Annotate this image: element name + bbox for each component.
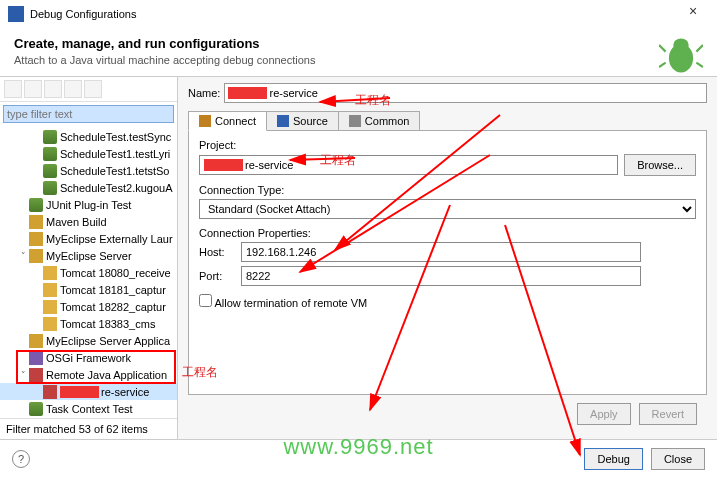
tree-item[interactable]: Tomcat 18383_cms (0, 315, 177, 332)
filter-status: Filter matched 53 of 62 items (0, 418, 177, 439)
tab-common[interactable]: Common (338, 111, 421, 131)
port-label: Port: (199, 270, 235, 282)
new-config-icon[interactable] (4, 80, 22, 98)
filter-icon[interactable] (84, 80, 102, 98)
common-icon (349, 115, 361, 127)
page-title: Create, manage, and run configurations (14, 36, 703, 51)
name-label: Name: (188, 87, 220, 99)
project-label: Project: (199, 139, 696, 151)
app-icon (8, 6, 24, 22)
tree-item[interactable]: Task Context Test (0, 400, 177, 417)
delete-config-icon[interactable] (44, 80, 62, 98)
connection-props-label: Connection Properties: (199, 227, 696, 239)
name-input[interactable]: .re-service (224, 83, 707, 103)
revert-button[interactable]: Revert (639, 403, 697, 425)
tab-source[interactable]: Source (266, 111, 339, 131)
tab-connect[interactable]: Connect (188, 111, 267, 131)
bug-icon (659, 34, 703, 78)
port-input[interactable] (241, 266, 641, 286)
connection-type-label: Connection Type: (199, 184, 696, 196)
filter-input[interactable] (3, 105, 174, 123)
config-tree[interactable]: ScheduleTest.testSyncScheduleTest1.testL… (0, 126, 177, 418)
window-title: Debug Configurations (30, 8, 677, 20)
tree-item[interactable]: MyEclipse Server Applica (0, 332, 177, 349)
apply-button[interactable]: Apply (577, 403, 631, 425)
tree-item[interactable]: MyEclipse Externally Laur (0, 230, 177, 247)
svg-line-5 (696, 63, 703, 67)
browse-button[interactable]: Browse... (624, 154, 696, 176)
tree-item[interactable]: ScheduleTest1.tetstSo (0, 162, 177, 179)
tree-item[interactable]: .re-service (0, 383, 177, 400)
collapse-icon[interactable] (64, 80, 82, 98)
tree-item[interactable]: ScheduleTest2.kugouA (0, 179, 177, 196)
svg-line-4 (659, 63, 666, 67)
connection-type-select[interactable]: Standard (Socket Attach) (199, 199, 696, 219)
tree-item[interactable]: ˅Remote Java Application (0, 366, 177, 383)
host-label: Host: (199, 246, 235, 258)
source-icon (277, 115, 289, 127)
debug-button[interactable]: Debug (584, 448, 642, 470)
tree-item[interactable]: ˅MyEclipse Server (0, 247, 177, 264)
svg-line-3 (696, 45, 703, 52)
config-toolbar (0, 77, 177, 102)
page-subtitle: Attach to a Java virtual machine accepti… (14, 54, 703, 66)
tree-item[interactable]: ScheduleTest1.testLyri (0, 145, 177, 162)
host-input[interactable] (241, 242, 641, 262)
tree-item[interactable]: ScheduleTest.testSync (0, 128, 177, 145)
tree-item[interactable]: Tomcat 18282_captur (0, 298, 177, 315)
close-icon[interactable]: × (677, 3, 709, 25)
tree-item[interactable]: Tomcat 18181_captur (0, 281, 177, 298)
help-icon[interactable]: ? (12, 450, 30, 468)
close-button[interactable]: Close (651, 448, 705, 470)
tree-item[interactable]: JUnit Plug-in Test (0, 196, 177, 213)
connect-icon (199, 115, 211, 127)
tree-item[interactable]: Maven Build (0, 213, 177, 230)
svg-point-1 (673, 38, 688, 51)
tree-item[interactable]: Tomcat 18080_receive (0, 264, 177, 281)
duplicate-config-icon[interactable] (24, 80, 42, 98)
project-input[interactable]: .re-service (199, 155, 618, 175)
svg-line-2 (659, 45, 666, 52)
tree-item[interactable]: OSGi Framework (0, 349, 177, 366)
allow-termination-checkbox[interactable]: Allow termination of remote VM (199, 297, 367, 309)
